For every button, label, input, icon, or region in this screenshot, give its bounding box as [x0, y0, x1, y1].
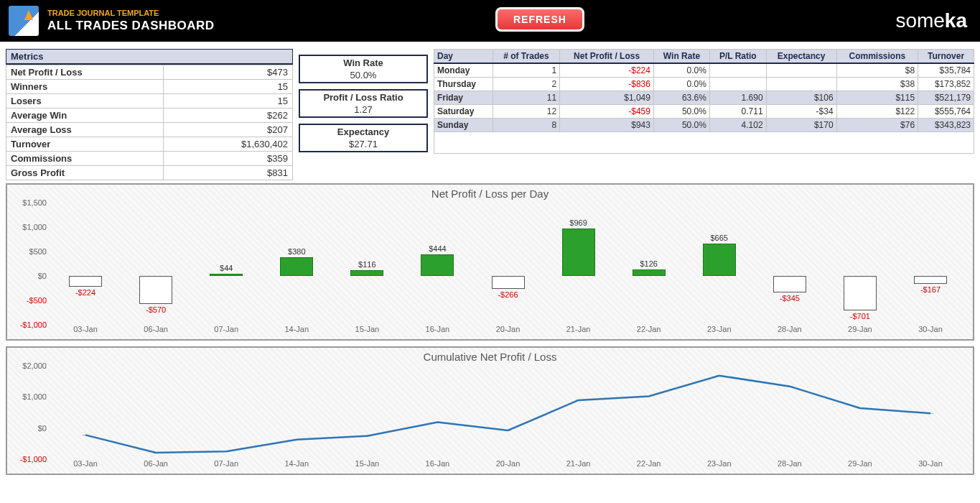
kpi-label: Expectancy	[300, 125, 426, 139]
y-tick: $500	[11, 247, 47, 256]
metric-label: Losers	[6, 94, 164, 109]
svg-point-4	[364, 435, 370, 436]
metric-label: Commissions	[6, 152, 164, 166]
bar	[914, 276, 947, 284]
day-table-cell: Monday	[434, 63, 493, 77]
day-table-row: Sunday8$94350.0%4.102$170$76$343,823	[434, 118, 974, 131]
x-tick: 03-Jan	[73, 459, 98, 468]
bar-label: -$266	[498, 290, 518, 299]
x-tick: 29-Jan	[848, 325, 872, 333]
y-tick: -$1,000	[11, 455, 47, 463]
day-table-cell: 1	[493, 63, 560, 77]
day-table-cell: -$34	[766, 104, 836, 118]
svg-point-3	[294, 439, 300, 440]
kpi-label: Win Rate	[300, 56, 426, 70]
day-table-cell: 11	[493, 91, 560, 104]
y-tick: $1,500	[11, 198, 47, 207]
bar	[633, 269, 666, 276]
x-tick: 23-Jan	[707, 459, 732, 468]
x-tick: 21-Jan	[566, 459, 591, 468]
x-tick: 15-Jan	[355, 325, 380, 333]
day-table-cell	[766, 77, 836, 91]
svg-point-8	[645, 396, 652, 397]
day-table-header: Turnover	[918, 50, 974, 64]
metric-value: $359	[164, 152, 293, 166]
day-table-cell: Saturday	[434, 104, 493, 118]
metric-value: 15	[164, 94, 293, 109]
x-tick: 21-Jan	[566, 325, 591, 333]
day-table-cell: 8	[493, 118, 560, 131]
metrics-row: Commissions$359	[6, 152, 293, 166]
day-table-cell: -$836	[560, 77, 654, 91]
brand-logo: someka	[895, 9, 967, 32]
svg-point-12	[927, 413, 933, 414]
x-tick: 07-Jan	[214, 459, 238, 468]
day-table-cell: Friday	[434, 91, 493, 104]
x-tick: 30-Jan	[918, 325, 943, 333]
day-table-cell: $1,049	[560, 91, 654, 104]
metric-value: $207	[164, 123, 293, 137]
bar	[562, 229, 595, 276]
x-tick: 29-Jan	[848, 459, 872, 468]
refresh-button[interactable]: REFRESH	[495, 7, 584, 32]
x-tick: 23-Jan	[707, 325, 732, 333]
x-tick: 30-Jan	[918, 459, 943, 468]
bar	[844, 276, 877, 310]
day-table-cell: $343,823	[918, 118, 974, 131]
x-tick: 22-Jan	[637, 325, 661, 333]
bar	[139, 276, 172, 304]
header-subtitle: TRADE JOURNAL TEMPLATE	[47, 9, 215, 17]
day-table-row: Friday11$1,04963.6%1.690$106$115$521,179	[434, 91, 974, 104]
day-table-cell: 1.690	[709, 91, 766, 104]
metrics-header: Metrics	[6, 49, 293, 65]
day-table: Day# of TradesNet Profit / LossWin RateP…	[434, 49, 974, 154]
day-table-header: # of Trades	[493, 50, 560, 64]
kpi-value: 1.27	[300, 104, 426, 116]
day-table-cell: $106	[766, 91, 836, 104]
day-table-cell: $173,852	[918, 77, 974, 91]
day-table-row: Saturday12-$45950.0%0.711-$34$122$555,76…	[434, 104, 974, 118]
kpi-box: Win Rate50.0%	[299, 55, 428, 83]
day-table-cell: Thursday	[434, 77, 493, 91]
bar-label: $126	[640, 259, 657, 268]
day-table-cell: Sunday	[434, 118, 493, 131]
bar	[492, 276, 525, 289]
day-table-header: Commissions	[836, 50, 918, 64]
day-table-cell: 12	[493, 104, 560, 118]
y-tick: $1,000	[11, 223, 47, 231]
x-tick: 07-Jan	[214, 325, 238, 333]
day-table-header: Net Profit / Loss	[560, 50, 654, 64]
day-table-cell: $76	[836, 118, 918, 131]
day-table-cell	[766, 63, 836, 77]
day-table-row: Monday1-$2240.0%$8$35,784	[434, 63, 974, 77]
x-tick: 20-Jan	[496, 459, 521, 468]
bar-label: $444	[429, 244, 446, 253]
day-table-header: Expectancy	[766, 50, 836, 64]
day-table-cell	[709, 63, 766, 77]
day-table-cell: $170	[766, 118, 836, 131]
metrics-row: Losers15	[6, 94, 293, 109]
kpi-value: $27.71	[300, 139, 426, 151]
metric-label: Turnover	[6, 137, 164, 152]
bar-label: -$345	[780, 294, 800, 303]
x-tick: 28-Jan	[778, 325, 802, 333]
svg-point-10	[786, 386, 793, 387]
day-table-cell: $521,179	[918, 91, 974, 104]
bar	[421, 254, 454, 276]
chart-daily-pl: Net Profit / Loss per Day -$1,000-$500$0…	[6, 183, 974, 341]
day-table-cell: 63.6%	[653, 91, 709, 104]
bar-label: $380	[288, 247, 305, 256]
x-tick: 14-Jan	[284, 459, 309, 468]
metric-label: Gross Profit	[6, 166, 164, 180]
metrics-row: Winners15	[6, 80, 293, 94]
y-tick: $0	[11, 424, 47, 433]
bar-label: $665	[710, 234, 727, 242]
svg-point-5	[434, 422, 441, 423]
x-tick: 03-Jan	[73, 325, 98, 333]
day-table-cell: 2	[493, 77, 560, 91]
y-tick: $1,000	[11, 392, 47, 401]
kpi-label: Profit / Loss Ratio	[300, 91, 426, 104]
day-table-header: P/L Ratio	[709, 50, 766, 64]
metric-value: $473	[164, 65, 293, 80]
day-table-row: Thursday2-$8360.0%$38$173,852	[434, 77, 974, 91]
